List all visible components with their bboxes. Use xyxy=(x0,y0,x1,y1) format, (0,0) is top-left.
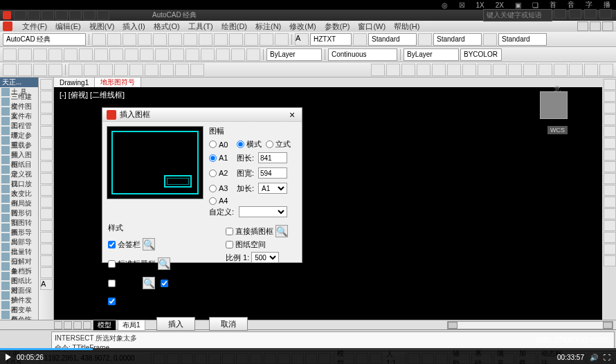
toolbar-button[interactable] xyxy=(201,48,215,61)
toolbar-button[interactable] xyxy=(99,64,113,76)
layer-combo[interactable]: ByLayer xyxy=(266,48,322,61)
qat-button[interactable] xyxy=(69,10,82,20)
qat-button[interactable] xyxy=(55,10,68,20)
speed-1x[interactable]: 1X xyxy=(476,1,484,9)
insert-button[interactable]: 插入 xyxy=(156,317,195,331)
toolbar-button[interactable] xyxy=(478,64,491,76)
toolbar-button[interactable] xyxy=(231,48,245,61)
radio-a1[interactable]: A1 xyxy=(209,154,234,162)
style-combo[interactable]: Standard xyxy=(498,33,547,46)
toolbar-button[interactable] xyxy=(275,33,289,46)
toolbar-button[interactable] xyxy=(125,48,138,61)
toolbar-button[interactable] xyxy=(554,64,568,76)
toolbar-button[interactable] xyxy=(508,64,522,76)
menu-modify[interactable]: 修改(M) xyxy=(285,21,320,32)
scale-tool-icon[interactable] xyxy=(604,161,616,172)
menu-view[interactable]: 视图(V) xyxy=(85,21,119,32)
polyline-tool-icon[interactable] xyxy=(40,102,53,113)
menu-edit[interactable]: 编辑(E) xyxy=(51,21,85,32)
mdi-close[interactable] xyxy=(602,21,613,31)
viewport-label[interactable]: [-] [俯视] [二维线框] xyxy=(60,90,125,100)
spline-tool-icon[interactable] xyxy=(40,161,53,172)
trim-tool-icon[interactable] xyxy=(604,185,616,196)
toolbar-button[interactable] xyxy=(214,33,228,46)
toolbar-button[interactable] xyxy=(84,64,98,76)
toolbar-button[interactable] xyxy=(138,33,152,46)
maximize-button[interactable] xyxy=(584,9,597,19)
line-tool-icon[interactable] xyxy=(40,79,53,90)
scroll-right-icon[interactable] xyxy=(603,322,613,329)
stretch-tool-icon[interactable] xyxy=(604,173,616,184)
cancel-button[interactable]: 取消 xyxy=(209,317,248,331)
wcs-badge[interactable]: WCS xyxy=(547,126,568,134)
style-icon[interactable] xyxy=(418,33,432,46)
viewcube[interactable] xyxy=(540,91,568,119)
toolbar-button[interactable] xyxy=(246,48,260,61)
toolbar-button[interactable] xyxy=(447,64,461,76)
textstyle-combo[interactable]: HZTXT xyxy=(310,33,352,46)
tab-nav-next-icon[interactable] xyxy=(73,321,82,329)
toolbar-button[interactable] xyxy=(401,64,415,76)
qat-button[interactable] xyxy=(28,10,40,20)
menu-tools[interactable]: 工具(T) xyxy=(184,21,217,32)
toolbar-button[interactable] xyxy=(114,64,128,76)
chk-right-align[interactable] xyxy=(108,298,116,305)
toolbar-button[interactable] xyxy=(109,48,123,61)
extend-select[interactable]: A1 xyxy=(258,183,287,194)
toolbar-button[interactable] xyxy=(79,48,93,61)
menu-format[interactable]: 格式(O) xyxy=(150,21,184,32)
toolbar-button[interactable] xyxy=(94,48,108,61)
sys-icon[interactable]: 首 xyxy=(550,0,556,10)
toolbar-button[interactable] xyxy=(48,48,62,61)
array-tool-icon[interactable] xyxy=(604,126,616,137)
ray-tool-icon[interactable] xyxy=(40,91,53,102)
tab-nav-first-icon[interactable] xyxy=(54,321,62,329)
fullscreen-icon[interactable]: ⛶ xyxy=(604,354,610,361)
toolbar-button[interactable] xyxy=(48,64,62,76)
make-block-tool-icon[interactable] xyxy=(40,208,53,219)
point-tool-icon[interactable] xyxy=(40,220,53,231)
sys-icon[interactable]: ❏ xyxy=(532,1,538,9)
chk-paper-space[interactable] xyxy=(226,241,233,248)
menu-file[interactable]: 文件(F) xyxy=(18,21,51,32)
horizontal-scrollbar[interactable] xyxy=(447,321,613,329)
qat-button[interactable] xyxy=(97,10,109,20)
toolbar-button[interactable] xyxy=(18,48,32,61)
sys-icon[interactable]: ☒ xyxy=(459,1,465,9)
offset-tool-icon[interactable] xyxy=(604,114,616,125)
explode-tool-icon[interactable] xyxy=(604,255,616,266)
toolbar-button[interactable] xyxy=(170,48,184,61)
table-tool-icon[interactable] xyxy=(40,267,53,278)
text-tool-icon[interactable]: A xyxy=(40,279,53,290)
scroll-left-icon[interactable] xyxy=(448,322,458,329)
toolbar-button[interactable] xyxy=(432,64,446,76)
dialog-titlebar[interactable]: 插入图框 × xyxy=(102,108,302,122)
break-tool-icon[interactable] xyxy=(604,208,616,219)
help-button[interactable] xyxy=(554,9,566,19)
toolbar-button[interactable] xyxy=(3,64,17,76)
toolbar-button[interactable] xyxy=(168,33,182,46)
drawing-tab[interactable]: Drawing1 xyxy=(54,78,95,87)
toolbar-button[interactable] xyxy=(569,64,583,76)
minimize-button[interactable] xyxy=(569,9,581,19)
polygon-tool-icon[interactable] xyxy=(40,114,53,125)
volume-icon[interactable]: 🔊 xyxy=(590,354,598,361)
sys-icon[interactable]: ▣ xyxy=(515,1,521,9)
menu-help[interactable]: 帮助(H) xyxy=(390,21,424,32)
extend-tool-icon[interactable] xyxy=(604,197,616,208)
circle-tool-icon[interactable] xyxy=(40,149,53,161)
toolbar-button[interactable] xyxy=(155,48,169,61)
toolbar-button[interactable] xyxy=(199,33,212,46)
qat-button[interactable] xyxy=(42,10,54,20)
move-tool-icon[interactable] xyxy=(604,138,616,149)
copy-tool-icon[interactable] xyxy=(604,91,616,102)
qat-button[interactable] xyxy=(14,10,26,20)
search-box[interactable]: 键入关键字或短语 xyxy=(483,9,552,21)
toolbar-button[interactable] xyxy=(123,33,136,46)
toolbar-button[interactable] xyxy=(175,64,189,76)
toolbar-button[interactable] xyxy=(417,64,431,76)
menu-param[interactable]: 参数(P) xyxy=(320,21,354,32)
toolbar-button[interactable] xyxy=(371,64,385,76)
ellipse-tool-icon[interactable] xyxy=(40,173,53,184)
toolbar-button[interactable] xyxy=(69,64,82,76)
